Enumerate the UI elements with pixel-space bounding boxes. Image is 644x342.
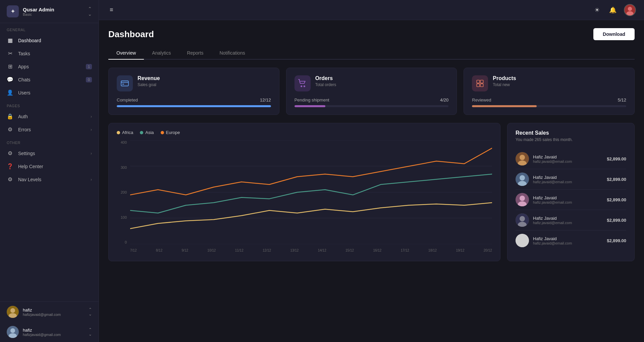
stat-sub-revenue: Sales goal [138,82,271,87]
svg-point-27 [520,175,525,181]
sale-item-5: Hafiz Javaid hafiz.javaid@email.com $2,8… [516,230,626,251]
stat-row-products: Reviewed 5/12 [472,97,626,102]
chart-x-labels: 7/12 8/12 9/12 10/12 11/12 12/12 13/12 1… [130,246,492,254]
y-label-0: 0 [117,240,127,244]
y-label-400: 400 [117,140,127,144]
sale-email-1: hafiz.javaid@email.com [533,159,603,163]
sidebar-bottom: hafiz hafizjavaid@gmail.com ⌃⌄ hafiz haf… [0,301,99,342]
notifications-button[interactable]: 🔔 [607,4,619,16]
sidebar-label-users: Users [18,90,92,95]
auth-icon: 🔒 [7,113,13,120]
stat-value-orders: 4/20 [440,97,448,102]
svg-rect-14 [477,80,480,83]
tab-reports[interactable]: Reports [179,47,211,60]
sale-email-4: hafiz.javaid@email.com [533,221,603,225]
sidebar-item-errors[interactable]: ⚙ Errors › [0,123,99,136]
other-label: Other [0,136,99,147]
stat-top-orders: Orders Total orders [294,75,449,91]
stat-row-orders: Pending shipment 4/20 [294,97,449,102]
user1-chevron[interactable]: ⌃⌄ [89,307,92,317]
sidebar-item-auth[interactable]: 🔒 Auth › [0,110,99,123]
progress-fill-products [472,105,537,107]
stat-row-revenue: Completed 12/12 [117,97,271,102]
bottom-grid: Africa Asia Europe 400 300 200 [108,123,635,261]
apps-icon: ⊞ [7,63,13,70]
sidebar-item-chats[interactable]: 💬 Chats 0 [0,73,99,86]
sidebar-label-navlevels: Nav Levels [18,177,86,182]
sidebar-label-apps: Apps [18,64,81,69]
x-1012: 10/12 [207,249,216,252]
logo-text: Qusar Admin Basic [23,7,54,16]
x-1912: 19/12 [456,249,464,252]
chart-legend: Africa Asia Europe [117,130,492,135]
download-button[interactable]: Download [593,28,635,40]
tab-analytics[interactable]: Analytics [144,47,179,60]
x-1812: 18/12 [428,249,437,252]
progress-bar-products [472,105,626,107]
topbar-user-avatar[interactable] [624,4,636,16]
sidebar: ✦ Qusar Admin Basic ⌃⌄ General ▦ Dashboa… [0,0,99,342]
stat-bottom-revenue: Completed 12/12 [117,97,271,107]
asia-label: Asia [145,130,154,135]
stat-card-orders: Orders Total orders Pending shipment 4/2… [286,68,457,115]
sidebar-label-help: Help Center [18,164,92,169]
sidebar-item-settings[interactable]: ⚙ Settings › [0,147,99,160]
page-title: Dashboard [108,29,154,40]
sidebar-item-users[interactable]: 👤 Users [0,86,99,99]
svg-rect-9 [121,81,128,86]
user-name-2: hafiz [23,328,85,333]
user-item-2[interactable]: hafiz hafizjavaid@gmail.com ⌃⌄ [0,322,99,342]
svg-rect-16 [477,84,480,87]
y-label-300: 300 [117,165,127,169]
sidebar-item-apps[interactable]: ⊞ Apps 1 [0,60,99,73]
dashboard-icon: ▦ [7,37,13,44]
sale-email-2: hafiz.javaid@email.com [533,180,603,184]
logo: ✦ Qusar Admin Basic [7,5,54,17]
main: ≡ ☀ 🔔 Dashboard Download Overview Analyt… [99,0,644,342]
stat-sub-products: Total new [493,82,626,87]
logo-chevron[interactable]: ⌃⌄ [88,6,92,17]
svg-point-24 [520,155,525,160]
menu-button[interactable]: ≡ [107,4,116,15]
user-info-1: hafiz hafizjavaid@gmail.com [23,307,85,317]
topbar-left: ≡ [107,4,116,15]
sidebar-item-navlevels[interactable]: ⚙ Nav Levels › [0,173,99,186]
navlevels-chevron: › [91,177,92,182]
sidebar-item-help[interactable]: ❓ Help Center [0,160,99,173]
sale-name-1: Hafiz Javaid [533,154,603,159]
progress-bar-orders [294,105,449,107]
sale-avatar-2 [516,173,529,186]
sale-info-2: Hafiz Javaid hafiz.javaid@email.com [533,175,603,184]
sale-amount-1: $2,899.00 [607,156,626,161]
auth-chevron: › [91,114,92,119]
user2-chevron[interactable]: ⌃⌄ [89,327,92,337]
svg-rect-15 [480,80,483,83]
theme-toggle[interactable]: ☀ [592,4,602,16]
tab-notifications[interactable]: Notifications [211,47,253,60]
revenue-icon [117,75,133,91]
sidebar-label-tasks: Tasks [18,51,92,56]
pages-label: Pages [0,99,99,110]
x-912: 9/12 [182,249,188,252]
sale-item-4: Hafiz Javaid hafiz.javaid@email.com $2,8… [516,210,626,230]
sidebar-label-dashboard: Dashboard [18,38,92,43]
legend-asia: Asia [140,130,154,135]
sidebar-item-dashboard[interactable]: ▦ Dashboard [0,34,99,47]
stat-top-products: Products Total new [472,75,626,91]
apps-badge: 1 [86,64,92,69]
users-icon: 👤 [7,89,13,96]
africa-label: Africa [122,130,133,135]
sale-info-5: Hafiz Javaid hafiz.javaid@email.com [533,236,603,245]
orders-icon [294,75,311,91]
sale-avatar-5 [516,234,529,247]
app-tier: Basic [23,12,54,16]
user-name-1: hafiz [23,307,85,313]
user-item-1[interactable]: hafiz hafizjavaid@gmail.com ⌃⌄ [0,302,99,322]
sidebar-item-tasks[interactable]: ✂ Tasks [0,47,99,60]
svg-rect-17 [480,84,483,87]
sale-info-3: Hafiz Javaid hafiz.javaid@email.com [533,195,603,204]
products-icon [472,75,488,91]
tab-overview[interactable]: Overview [108,47,144,60]
sales-title: Recent Sales [516,130,626,136]
stat-name-products: Products [493,75,626,81]
